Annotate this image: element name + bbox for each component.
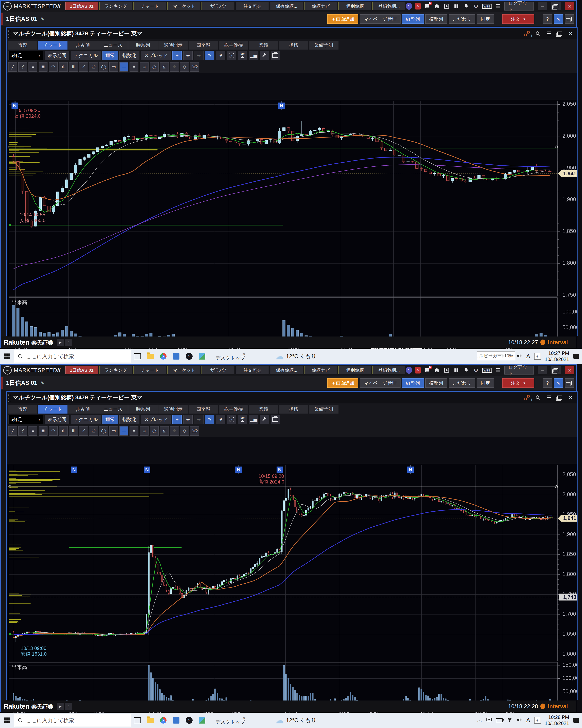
menu-item[interactable]: ザラバ7 — [201, 366, 234, 374]
tab-株主優待[interactable]: 株主優待 — [219, 405, 248, 414]
menu-item[interactable]: 保有銘柄... — [270, 2, 303, 10]
taskbar-search-input[interactable]: ここに入力して検索 — [14, 714, 131, 727]
toolbar-button[interactable]: スプレッド — [141, 415, 171, 424]
menu-item[interactable]: 注文照会 — [235, 366, 269, 374]
taskbar-search-input[interactable]: ここに入力して検索 — [14, 350, 131, 363]
display-icon[interactable] — [486, 718, 492, 723]
caption-button[interactable]: 固定 — [477, 379, 494, 388]
notification-center-icon[interactable] — [573, 354, 579, 359]
draw-tool-icon[interactable]: ⟋ — [79, 62, 88, 72]
notification-center-icon[interactable] — [573, 718, 579, 723]
toolbar-button[interactable]: 指数化 — [119, 415, 139, 424]
toolbar-button[interactable]: 表示期間 — [45, 415, 69, 424]
settings-wrench-icon[interactable] — [260, 51, 269, 60]
app-blue-icon[interactable] — [170, 712, 183, 728]
draw-tool-icon[interactable]: ⬠ — [89, 426, 98, 436]
tab-四季報[interactable]: 四季報 — [189, 41, 218, 50]
image-viewer-icon[interactable] — [196, 712, 209, 728]
info-icon[interactable]: i — [227, 415, 236, 424]
drag-grip[interactable] — [8, 393, 11, 401]
marketspeed-round-icon[interactable]: ∿ — [406, 3, 412, 10]
draw-tool-icon[interactable]: ⅲ — [69, 62, 78, 72]
menu-item[interactable]: 銘柄ナビ — [304, 366, 337, 374]
pages-icon[interactable] — [453, 366, 460, 374]
tab-適時開示[interactable]: 適時開示 — [159, 41, 188, 50]
draw-tool-icon[interactable]: ╱ — [8, 426, 17, 436]
tab-時系列[interactable]: 時系列 — [128, 41, 158, 50]
add-screen-button[interactable]: ＋画面追加 — [327, 15, 358, 24]
tab-歩み値[interactable]: 歩み値 — [68, 41, 98, 50]
price-chart-canvas[interactable] — [7, 464, 577, 726]
draw-tool-icon[interactable]: ＝ — [28, 62, 37, 72]
info-icon[interactable]: i — [227, 51, 236, 60]
weather-widget[interactable]: ☁ 12°C くもり — [275, 352, 316, 361]
draw-tool-icon[interactable]: ⋔ — [59, 426, 68, 436]
chrome-icon[interactable] — [157, 348, 170, 364]
close-window-icon[interactable]: ✕ — [567, 30, 575, 37]
zoom-in-icon[interactable]: ⊕ — [183, 415, 193, 424]
hamburger-menu-icon[interactable]: ☰ — [495, 2, 502, 10]
my-chart-icon[interactable]: MY — [238, 51, 247, 60]
chrome-icon[interactable] — [157, 712, 170, 728]
toolbar-button[interactable]: 指数化 — [119, 51, 139, 60]
add-window-icon[interactable] — [443, 366, 450, 374]
crosshair-tool-icon[interactable]: ＋ — [172, 51, 182, 60]
task-view-icon[interactable] — [131, 348, 144, 364]
footer-panel-button[interactable]: ▯ — [65, 703, 72, 710]
menu-item[interactable]: 保有銘柄... — [270, 366, 303, 374]
chart-app-icon[interactable]: ∿ — [415, 367, 421, 373]
zoom-out-icon[interactable]: ⊖ — [194, 51, 203, 60]
file-explorer-icon[interactable] — [144, 712, 157, 728]
wifi-icon[interactable] — [507, 718, 512, 723]
order-button[interactable]: 注文▼ — [502, 379, 534, 388]
notice-bubble-icon[interactable]: N — [423, 366, 431, 374]
menu-item[interactable]: ザラバ7 — [201, 2, 234, 10]
file-explorer-icon[interactable] — [144, 348, 157, 364]
bell-icon[interactable] — [463, 366, 470, 374]
tab-業績[interactable]: 業績 — [249, 405, 278, 414]
draw-tool-icon[interactable]: ◷ — [150, 426, 159, 436]
ime-ball-icon[interactable]: ◐ — [534, 353, 541, 360]
logout-button[interactable]: ログアウト — [504, 366, 534, 374]
menu-item[interactable]: マーケット — [167, 366, 200, 374]
menu-item[interactable]: 個別銘柄 — [338, 2, 371, 10]
popout-button[interactable]: ⬉ — [554, 379, 563, 388]
draw-tool-icon[interactable]: ▭ — [109, 62, 118, 72]
draw-tool-icon[interactable]: ⫽ — [19, 426, 27, 436]
period-select[interactable]: 5分足▼ — [8, 51, 43, 60]
yen-display-icon[interactable]: ¥ — [216, 415, 225, 424]
marketspeed-taskbar-icon[interactable]: ∿ — [183, 348, 196, 364]
draw-tool-icon[interactable]: ⬠ — [89, 62, 98, 72]
hamburger-menu-icon[interactable]: ☰ — [495, 366, 502, 374]
marketspeed-taskbar-icon[interactable]: ∿ — [183, 712, 196, 728]
task-view-icon[interactable] — [131, 712, 144, 728]
chart-app-icon[interactable]: ∿ — [415, 3, 421, 9]
menu-item[interactable]: 登録銘柄... — [372, 2, 405, 10]
gear-icon[interactable]: ⚙ — [472, 2, 479, 10]
restore-button[interactable] — [551, 366, 561, 374]
caption-button[interactable]: こだわり — [449, 15, 475, 24]
menu-item[interactable]: マーケット — [167, 2, 200, 10]
menu-item[interactable]: ランキング — [99, 366, 132, 374]
drag-grip[interactable] — [8, 29, 11, 37]
close-button[interactable]: ✕ — [565, 2, 574, 10]
tab-適時開示[interactable]: 適時開示 — [159, 405, 188, 414]
draw-tool-icon[interactable]: ◇ — [180, 62, 189, 72]
draw-tool-icon[interactable]: ⅲ — [69, 426, 78, 436]
menu-item[interactable]: チャート — [133, 2, 166, 10]
tab-四季報[interactable]: 四季報 — [189, 405, 218, 414]
app-blue-icon[interactable] — [170, 348, 183, 364]
bell-icon[interactable] — [463, 2, 470, 10]
ime-mode-icon[interactable]: A — [526, 353, 530, 360]
footer-expand-button[interactable]: ▶ — [57, 339, 64, 346]
link-icon[interactable]: 1 — [523, 30, 531, 37]
draw-tool-icon[interactable]: ⌦ — [190, 426, 199, 436]
add-window-icon[interactable] — [443, 2, 450, 10]
draw-tool-icon[interactable]: ◠ — [49, 62, 58, 72]
caption-button[interactable]: こだわり — [449, 379, 475, 388]
toolbar-button[interactable]: 通常 — [103, 415, 118, 424]
add-screen-button[interactable]: ＋画面追加 — [327, 379, 358, 388]
zoom-out-icon[interactable]: ⊖ — [194, 415, 203, 424]
draw-tool-icon[interactable]: ╱ — [8, 62, 17, 72]
caption-button[interactable]: 横整列 — [425, 15, 447, 24]
